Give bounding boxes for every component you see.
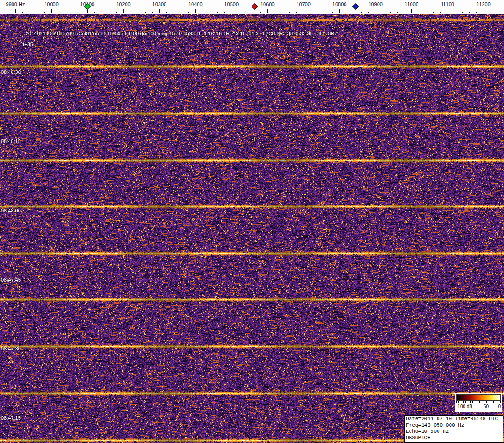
detection-info-text: 20140710064835760 hCnt51 nb-86 f10595 hi… [26, 31, 337, 36]
time-tick-label: 08:48:30 [1, 69, 21, 75]
freq-tick-label: 9900 Hz [6, 1, 25, 7]
freq-major-tick [448, 9, 448, 13]
info-station: OBSUPICE [406, 435, 501, 442]
freq-minor-tick [491, 12, 491, 13]
freq-minor-tick [44, 12, 45, 13]
freq-minor-tick [318, 12, 318, 13]
freq-minor-tick [131, 12, 131, 13]
freq-minor-tick [30, 12, 30, 13]
freq-minor-tick [361, 12, 362, 13]
info-frequency: Freq=143 050 000 Hz [406, 423, 501, 429]
freq-minor-tick [224, 12, 225, 13]
colorbar-label-min: -100 dB [456, 404, 472, 409]
status-info-box: Date=2014-07-10 Time=06:48 UTC Freq=143 … [404, 415, 503, 443]
freq-tick-label: 11100 [441, 1, 454, 7]
freq-tick-label: 11200 [477, 1, 491, 7]
freq-minor-tick [275, 12, 275, 13]
time-tick-label: 08:48:15 [1, 139, 21, 144]
freq-minor-tick [80, 12, 80, 13]
time-tick-label: 08:48:00 [1, 208, 21, 213]
time-tick-label: 08:47:30 [1, 346, 21, 351]
freq-minor-tick [455, 12, 455, 13]
spectrogram-waterfall [0, 14, 504, 443]
freq-minor-tick [368, 12, 369, 13]
freq-minor-tick [397, 12, 398, 13]
freq-minor-tick [210, 12, 210, 13]
freq-major-tick [159, 9, 160, 13]
freq-minor-tick [498, 12, 498, 13]
freq-minor-tick [405, 12, 405, 13]
freq-minor-tick [166, 12, 167, 13]
freq-major-tick [15, 9, 16, 13]
freq-minor-tick [102, 12, 102, 13]
freq-minor-tick [253, 12, 253, 13]
freq-minor-tick [217, 12, 218, 13]
freq-major-tick [51, 9, 52, 13]
freq-minor-tick [181, 12, 181, 13]
freq-minor-tick [260, 12, 261, 13]
colorbar-label-mid: -50 [482, 404, 489, 409]
info-date-time: Date=2014-07-10 Time=06:48 UTC [406, 416, 501, 423]
freq-minor-tick [354, 12, 354, 13]
freq-tick-label: 10700 [296, 1, 311, 7]
freq-major-tick [484, 9, 484, 13]
freq-minor-tick [188, 12, 189, 13]
freq-tick-label: 10400 [188, 1, 203, 7]
colorbar-legend: -100 dB -50 0 [455, 393, 502, 412]
freq-minor-tick [152, 12, 153, 13]
freq-tick-label: 10300 [153, 1, 167, 7]
freq-minor-tick [116, 12, 117, 13]
freq-minor-tick [203, 12, 203, 13]
freq-minor-tick [390, 12, 391, 13]
freq-major-tick [304, 9, 304, 13]
freq-minor-tick [289, 12, 290, 13]
colorbar-labels: -100 dB -50 0 [455, 403, 502, 409]
freq-minor-tick [426, 12, 426, 13]
freq-minor-tick [476, 12, 477, 13]
time-tick-label: 08:47:15 [1, 415, 21, 421]
freq-minor-tick [246, 12, 246, 13]
freq-minor-tick [109, 12, 109, 13]
freq-minor-tick [73, 12, 73, 13]
colorbar-label-max: 0 [498, 404, 501, 409]
freq-tick-label: 10800 [332, 1, 347, 7]
freq-minor-tick [433, 12, 434, 13]
freq-minor-tick [383, 12, 383, 13]
freq-minor-tick [22, 12, 23, 13]
freq-tick-label: 10600 [260, 1, 275, 7]
freq-minor-tick [145, 12, 146, 13]
freq-minor-tick [66, 12, 66, 13]
freq-minor-tick [347, 12, 347, 13]
freq-tick-label: 10000 [44, 1, 59, 7]
freq-tick-label: 10500 [224, 1, 239, 7]
freq-minor-tick [419, 12, 419, 13]
freq-major-tick [339, 9, 340, 13]
freq-minor-tick [440, 12, 441, 13]
cursor-info-text: ^t+35 [20, 41, 33, 47]
freq-minor-tick [296, 12, 297, 13]
time-tick-label: 08:47:45 [1, 277, 21, 283]
freq-major-tick [411, 9, 412, 13]
freq-minor-tick [37, 12, 37, 13]
freq-minor-tick [462, 12, 463, 13]
freq-tick-label: 10200 [116, 1, 131, 7]
freq-minor-tick [94, 12, 95, 13]
freq-minor-tick [311, 12, 311, 13]
freq-major-tick [376, 9, 376, 13]
freq-tick-label: 11000 [405, 1, 418, 7]
freq-major-tick [87, 9, 88, 13]
info-echo: Echo=10 600 Hz [406, 429, 501, 435]
freq-minor-tick [332, 12, 333, 13]
freq-major-tick [232, 9, 232, 13]
freq-minor-tick [239, 12, 239, 13]
spectrogram-app: 9900 Hz100001010010200103001040010500106… [0, 0, 504, 443]
freq-major-tick [123, 9, 124, 13]
freq-minor-tick [174, 12, 174, 13]
freq-minor-tick [282, 12, 282, 13]
freq-major-tick [267, 9, 268, 13]
colorbar-gradient [456, 394, 501, 401]
freq-minor-tick [138, 12, 138, 13]
freq-major-tick [195, 9, 196, 13]
freq-tick-label: 10900 [368, 1, 383, 7]
freq-minor-tick [59, 12, 59, 13]
